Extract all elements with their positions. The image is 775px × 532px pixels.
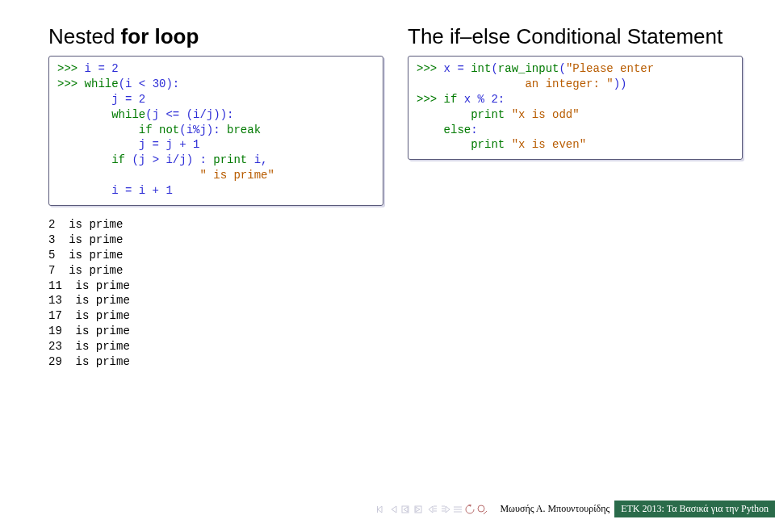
nav-section-next-icon[interactable] [414,505,425,513]
left-heading: Nested for loop [48,24,383,49]
svg-rect-0 [377,506,378,513]
left-code-box: >>> i = 2 >>> while(i < 30): j = 2 while… [48,56,383,206]
footer-author: Μωυσής Α. Μπουντουρίδης [495,503,614,515]
right-column: The if–else Conditional Statement >>> x … [408,24,743,370]
right-code-box: >>> x = int(raw_input("Please enter an i… [408,56,743,160]
nav-menu-icon[interactable] [453,505,463,513]
nav-first-icon[interactable] [377,505,388,513]
columns: Nested for loop >>> i = 2 >>> while(i < … [48,24,743,370]
footer: Μωυσής Α. Μπουντουρίδης ΕΤΚ 2013: Τα Βασ… [0,501,775,517]
slide-page: Nested for loop >>> i = 2 >>> while(i < … [0,0,775,532]
nav-sub-next-icon[interactable] [440,505,451,513]
left-column: Nested for loop >>> i = 2 >>> while(i < … [48,24,383,370]
nav-section-prev-icon[interactable] [401,505,413,513]
beamer-nav [377,505,488,514]
nav-sub-prev-icon[interactable] [427,505,438,513]
nav-search-icon[interactable] [477,505,488,514]
svg-line-13 [484,511,487,514]
left-output: 2 is prime 3 is prime 5 is prime 7 is pr… [48,217,383,370]
footer-title: ΕΤΚ 2013: Τα Βασικά για την Python [614,501,775,517]
right-heading: The if–else Conditional Statement [408,24,743,49]
svg-point-12 [478,505,484,512]
nav-prev-icon[interactable] [390,505,400,513]
nav-back-icon[interactable] [464,505,475,514]
